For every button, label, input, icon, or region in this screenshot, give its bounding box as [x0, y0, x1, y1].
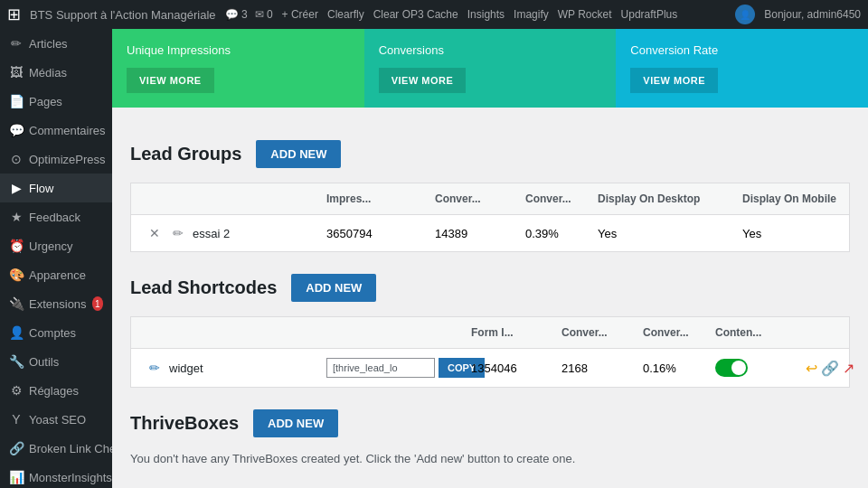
- greeting: Bonjour, admin6450: [764, 8, 861, 21]
- insights-button[interactable]: Insights: [467, 8, 505, 21]
- thrive-boxes-title: ThriveBoxes: [130, 413, 239, 434]
- row-name-essai2: ✕ ✏ essai 2: [146, 224, 326, 242]
- extensions-icon: 🔌: [9, 296, 24, 311]
- lead-shortcodes-table: Form I... Conver... Conver... Conten... …: [130, 316, 850, 388]
- sidebar-item-yoast[interactable]: Y Yoast SEO: [0, 405, 112, 434]
- table-row: ✏ widget COPY 1354046 2168 0.16% ↩ 🔗 ↗: [131, 349, 849, 387]
- shortcode-field-group: COPY: [326, 358, 471, 378]
- medias-icon: 🖼: [9, 65, 24, 80]
- sidebar-item-broken-link[interactable]: 🔗 Broken Link Checker: [0, 434, 112, 463]
- outils-icon: 🔧: [9, 354, 24, 369]
- content-area: Lead Groups ADD NEW Impres... Conver... …: [112, 126, 868, 480]
- col-sc-conversion-rate: Conver...: [643, 326, 715, 339]
- sidebar-item-outils[interactable]: 🔧 Outils: [0, 347, 112, 376]
- sc-row-conversions: 2168: [561, 361, 643, 375]
- sidebar-label-urgency: Urgency: [29, 239, 72, 253]
- sidebar-item-flow[interactable]: ▶ Flow: [0, 174, 112, 202]
- commentaires-icon: 💬: [9, 123, 24, 137]
- clear-cache-button[interactable]: Clear OP3 Cache: [373, 8, 458, 21]
- sidebar-label-medias: Médias: [29, 66, 67, 80]
- sidebar-item-apparence[interactable]: 🎨 Apparence: [0, 260, 112, 289]
- export-icon[interactable]: ↗: [843, 360, 854, 377]
- lead-shortcodes-header: Lead Shortcodes ADD NEW: [130, 274, 850, 302]
- conversion-rate-label: Conversion Rate: [630, 43, 854, 57]
- wp-logo-icon: ⊞: [7, 5, 21, 24]
- col-display-desktop: Display On Desktop: [598, 192, 742, 205]
- create-button[interactable]: + Créer: [282, 8, 318, 21]
- yoast-icon: Y: [9, 412, 24, 427]
- col-sc-form-impressions: Form I...: [471, 326, 561, 339]
- row-collapse-button[interactable]: ✕: [146, 224, 164, 242]
- conversions-label: Conversions: [379, 43, 602, 57]
- broken-link-icon: 🔗: [9, 441, 24, 455]
- monster-insights-icon: 📊: [9, 470, 24, 484]
- sidebar: ✏ Articles 🖼 Médias 📄 Pages 💬 Commentair…: [0, 29, 112, 488]
- lead-shortcodes-table-header: Form I... Conver... Conver... Conten...: [131, 317, 849, 349]
- shortcode-input[interactable]: [326, 358, 435, 378]
- main-content: Unique Impressions VIEW MORE Conversions…: [112, 29, 868, 488]
- content-toggle[interactable]: [715, 359, 748, 377]
- sidebar-item-pages[interactable]: 📄 Pages: [0, 87, 112, 116]
- sidebar-label-commentaires: Commentaires: [29, 124, 106, 137]
- avatar[interactable]: 👤: [735, 5, 755, 24]
- external-link-icon[interactable]: 🔗: [821, 360, 839, 377]
- sidebar-item-commentaires[interactable]: 💬 Commentaires: [0, 116, 112, 145]
- sidebar-label-monster-insights: MonsterInsights: [29, 471, 112, 484]
- row-impressions: 3650794: [326, 227, 435, 240]
- sidebar-item-reglages[interactable]: ⚙ Réglages: [0, 376, 112, 405]
- sidebar-item-optimizepress[interactable]: ⊙ OptimizePress: [0, 145, 112, 174]
- urgency-icon: ⏰: [9, 239, 24, 253]
- thrive-boxes-header: ThriveBoxes ADD NEW: [130, 409, 850, 437]
- row-display-desktop: Yes: [598, 227, 742, 240]
- conversions-view-more[interactable]: VIEW MORE: [379, 68, 467, 93]
- topbar-right: 👤 Bonjour, admin6450: [735, 5, 861, 24]
- lead-groups-add-button[interactable]: ADD NEW: [256, 140, 341, 168]
- thrive-boxes-add-button[interactable]: ADD NEW: [253, 409, 338, 437]
- sc-row-edit-button[interactable]: ✏: [146, 359, 164, 377]
- sidebar-label-reglages: Réglages: [29, 384, 79, 398]
- wp-rocket-button[interactable]: WP Rocket: [558, 8, 612, 21]
- sidebar-item-extensions[interactable]: 🔌 Extensions 1: [0, 289, 112, 318]
- imagify-button[interactable]: Imagify: [514, 8, 549, 21]
- articles-icon: ✏: [9, 36, 24, 51]
- sidebar-label-feedback: Feedback: [29, 211, 80, 224]
- col-conversion-rate: Conver...: [525, 192, 598, 205]
- comments-icon[interactable]: 💬 3: [225, 8, 248, 21]
- sc-row-conversion-rate: 0.16%: [643, 361, 715, 375]
- stats-cards: Unique Impressions VIEW MORE Conversions…: [112, 29, 868, 108]
- row-conversions: 14389: [435, 227, 525, 240]
- sidebar-item-monster-insights[interactable]: 📊 MonsterInsights 5: [0, 463, 112, 488]
- sidebar-item-medias[interactable]: 🖼 Médias: [0, 58, 112, 87]
- optimizepress-icon: ⊙: [9, 152, 24, 166]
- sidebar-item-articles[interactable]: ✏ Articles: [0, 29, 112, 58]
- sidebar-label-apparence: Apparence: [29, 268, 86, 282]
- lead-shortcodes-title: Lead Shortcodes: [130, 277, 277, 298]
- conversion-rate-view-more[interactable]: VIEW MORE: [630, 68, 718, 93]
- sc-row-action-icons: ↩ 🔗 ↗: [806, 360, 868, 377]
- sc-row-name-widget: ✏ widget: [146, 359, 326, 377]
- sc-row-label-widget: widget: [169, 361, 203, 375]
- col-conversions: Conver...: [435, 192, 525, 205]
- updraft-button[interactable]: UpdraftPlus: [621, 8, 678, 21]
- undo-icon[interactable]: ↩: [806, 360, 817, 377]
- col-sc-actions: [806, 326, 868, 339]
- sidebar-label-outils: Outils: [29, 355, 59, 369]
- clearfly-button[interactable]: Clearfly: [327, 8, 364, 21]
- site-name[interactable]: BTS Support à l'Action Managériale: [30, 8, 216, 22]
- messages-icon[interactable]: ✉ 0: [255, 8, 273, 21]
- row-edit-button[interactable]: ✏: [169, 224, 187, 242]
- sidebar-item-comptes[interactable]: 👤 Comptes: [0, 318, 112, 347]
- unique-impressions-view-more[interactable]: VIEW MORE: [127, 68, 214, 93]
- sidebar-label-broken-link: Broken Link Checker: [29, 442, 112, 455]
- sidebar-item-urgency[interactable]: ⏰ Urgency: [0, 231, 112, 260]
- sidebar-item-feedback[interactable]: ★ Feedback: [0, 202, 112, 231]
- col-display-mobile: Display On Mobile: [742, 192, 868, 205]
- row-display-mobile: Yes: [742, 227, 868, 240]
- lead-shortcodes-add-button[interactable]: ADD NEW: [291, 274, 376, 302]
- sidebar-label-articles: Articles: [29, 37, 68, 51]
- col-sc-shortcode: [326, 326, 471, 339]
- row-conversion-rate: 0.39%: [525, 227, 598, 240]
- lead-groups-table-header: Impres... Conver... Conver... Display On…: [131, 183, 849, 215]
- lead-groups-table: Impres... Conver... Conver... Display On…: [130, 183, 850, 252]
- col-impressions: Impres...: [326, 192, 435, 205]
